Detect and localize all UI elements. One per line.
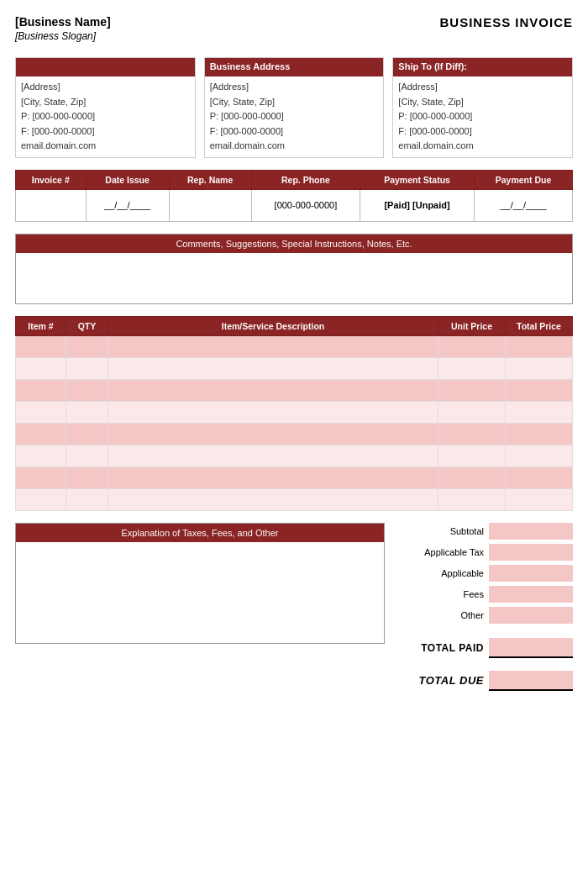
other-value[interactable] <box>489 607 573 624</box>
taxes-header: Explanation of Taxes, Fees, and Other <box>16 524 384 542</box>
other-row: Other <box>396 607 573 624</box>
table-row <box>16 423 573 445</box>
cell-item_num-2[interactable] <box>16 379 66 401</box>
cell-total_price-0[interactable] <box>506 335 573 357</box>
cell-qty-2[interactable] <box>66 379 108 401</box>
ship-address: [Address] <box>398 80 567 95</box>
cell-total_price-3[interactable] <box>506 401 573 423</box>
total-due-value[interactable] <box>489 671 573 691</box>
comments-body[interactable] <box>16 253 572 303</box>
comments-header: Comments, Suggestions, Special Instructi… <box>16 235 572 253</box>
cell-total_price-2[interactable] <box>506 379 573 401</box>
applicable-fees-row: Applicable <box>396 565 573 582</box>
cell-description-3[interactable] <box>108 401 438 423</box>
cell-total_price-7[interactable] <box>506 488 573 510</box>
cell-rep-phone[interactable]: [000-000-0000] <box>251 189 360 221</box>
cell-description-7[interactable] <box>108 488 438 510</box>
cell-unit_price-1[interactable] <box>438 357 506 379</box>
ship-city: [City, State, Zip] <box>398 95 567 110</box>
cell-description-6[interactable] <box>108 466 438 488</box>
business-address: [Address] <box>210 80 379 95</box>
table-row <box>16 357 573 379</box>
subtotal-label: Subtotal <box>400 526 484 536</box>
page-header: [Business Name] [Business Slogan] BUSINE… <box>15 15 573 42</box>
th-total-price: Total Price <box>506 316 573 335</box>
cell-item_num-7[interactable] <box>16 488 66 510</box>
business-info: [Business Name] [Business Slogan] <box>15 15 111 42</box>
address-col-sender-header <box>16 58 195 76</box>
cell-qty-4[interactable] <box>66 423 108 445</box>
cell-payment-status[interactable]: [Paid] [Unpaid] <box>360 189 475 221</box>
cell-item_num-6[interactable] <box>16 466 66 488</box>
th-qty: QTY <box>66 316 108 335</box>
th-unit-price: Unit Price <box>438 316 506 335</box>
cell-description-1[interactable] <box>108 357 438 379</box>
cell-date-issue[interactable]: __/__/____ <box>86 189 169 221</box>
cell-total_price-5[interactable] <box>506 445 573 466</box>
taxes-box: Explanation of Taxes, Fees, and Other <box>15 523 385 644</box>
total-due-label: TOTAL DUE <box>400 674 484 687</box>
cell-payment-due[interactable]: __/__/____ <box>475 189 573 221</box>
ship-fax: F: [000-000-0000] <box>398 124 567 140</box>
business-name: [Business Name] <box>15 15 111 29</box>
total-due-row: TOTAL DUE <box>396 671 573 691</box>
totals-area: Subtotal Applicable Tax Applicable Fees … <box>396 523 573 691</box>
cell-unit_price-6[interactable] <box>438 466 506 488</box>
taxes-body[interactable] <box>16 542 384 643</box>
cell-description-2[interactable] <box>108 379 438 401</box>
cell-description-5[interactable] <box>108 445 438 466</box>
applicable-fees-value[interactable] <box>489 565 573 582</box>
th-date-issue: Date Issue <box>86 170 169 189</box>
applicable-tax-label: Applicable Tax <box>400 547 484 557</box>
th-payment-due: Payment Due <box>475 170 573 189</box>
cell-description-4[interactable] <box>108 423 438 445</box>
sender-fax: F: [000-000-0000] <box>21 124 190 140</box>
cell-qty-5[interactable] <box>66 445 108 466</box>
invoice-title: BUSINESS INVOICE <box>439 15 573 29</box>
invoice-info-row: __/__/____ [000-000-0000] [Paid] [Unpaid… <box>16 189 573 221</box>
cell-item_num-5[interactable] <box>16 445 66 466</box>
sender-email: email.domain.com <box>21 139 190 154</box>
cell-qty-0[interactable] <box>66 335 108 357</box>
cell-qty-3[interactable] <box>66 401 108 423</box>
business-slogan: [Business Slogan] <box>15 30 111 42</box>
address-col-business: Business Address [Address] [City, State,… <box>204 57 385 158</box>
cell-qty-6[interactable] <box>66 466 108 488</box>
bottom-section: Explanation of Taxes, Fees, and Other Su… <box>15 523 573 691</box>
cell-item_num-3[interactable] <box>16 401 66 423</box>
cell-unit_price-4[interactable] <box>438 423 506 445</box>
cell-item_num-4[interactable] <box>16 423 66 445</box>
cell-total_price-1[interactable] <box>506 357 573 379</box>
cell-unit_price-5[interactable] <box>438 445 506 466</box>
total-paid-row: TOTAL PAID <box>396 638 573 658</box>
total-paid-label: TOTAL PAID <box>400 642 484 654</box>
cell-description-0[interactable] <box>108 335 438 357</box>
sender-address: [Address] <box>21 80 190 95</box>
total-paid-value[interactable] <box>489 638 573 658</box>
comments-section: Comments, Suggestions, Special Instructi… <box>15 234 573 304</box>
fees-value[interactable] <box>489 586 573 603</box>
cell-qty-7[interactable] <box>66 488 108 510</box>
address-col-sender-body: [Address] [City, State, Zip] P: [000-000… <box>16 76 195 157</box>
table-row <box>16 488 573 510</box>
cell-qty-1[interactable] <box>66 357 108 379</box>
cell-unit_price-2[interactable] <box>438 379 506 401</box>
table-row <box>16 466 573 488</box>
cell-rep-name[interactable] <box>169 189 251 221</box>
applicable-tax-value[interactable] <box>489 544 573 561</box>
cell-unit_price-0[interactable] <box>438 335 506 357</box>
address-col-business-header: Business Address <box>205 58 384 76</box>
fees-label: Fees <box>400 589 484 599</box>
subtotal-value[interactable] <box>489 523 573 540</box>
cell-invoice-num[interactable] <box>16 189 87 221</box>
cell-unit_price-3[interactable] <box>438 401 506 423</box>
cell-total_price-6[interactable] <box>506 466 573 488</box>
applicable-tax-row: Applicable Tax <box>396 544 573 561</box>
address-col-ship: Ship To (If Diff): [Address] [City, Stat… <box>392 57 573 158</box>
table-row <box>16 335 573 357</box>
address-section: [Address] [City, State, Zip] P: [000-000… <box>15 57 573 158</box>
cell-item_num-0[interactable] <box>16 335 66 357</box>
cell-unit_price-7[interactable] <box>438 488 506 510</box>
cell-total_price-4[interactable] <box>506 423 573 445</box>
cell-item_num-1[interactable] <box>16 357 66 379</box>
